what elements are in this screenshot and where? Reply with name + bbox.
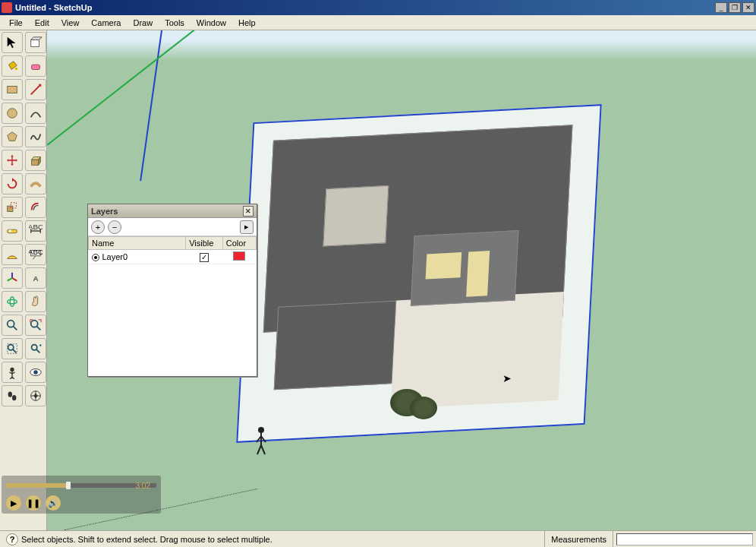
add-layer-button[interactable]: +: [91, 220, 105, 234]
layers-panel[interactable]: Layers ✕ + − ▸ Name Visible Color Layer0…: [87, 204, 257, 377]
svg-text:A: A: [33, 274, 38, 283]
video-scrubber[interactable]: [66, 482, 71, 489]
menu-view[interactable]: View: [55, 17, 86, 29]
svg-point-21: [10, 368, 14, 372]
menu-tools[interactable]: Tools: [159, 17, 191, 29]
tree-bush: [410, 397, 437, 419]
svg-point-4: [8, 109, 17, 119]
svg-rect-3: [8, 87, 17, 93]
video-timeline[interactable]: 3:02: [6, 480, 156, 491]
close-button[interactable]: ✕: [742, 2, 754, 13]
title-bar: Untitled - SketchUp _ ❐ ✕: [0, 0, 756, 15]
minimize-button[interactable]: _: [715, 2, 727, 13]
3d-text-tool[interactable]: A: [25, 267, 46, 289]
svg-point-1: [15, 68, 18, 71]
svg-text:ABC: ABC: [29, 248, 43, 256]
menu-draw[interactable]: Draw: [127, 17, 159, 29]
tape-measure-tool[interactable]: [2, 220, 23, 242]
rotate-tool[interactable]: [2, 173, 23, 194]
layers-close-button[interactable]: ✕: [243, 206, 254, 217]
paint-bucket-tool[interactable]: [2, 55, 23, 77]
col-color[interactable]: Color: [222, 237, 256, 250]
video-overlay: 3:02 ▶ ❚❚ 🔊: [2, 476, 161, 514]
active-layer-radio[interactable]: [92, 254, 99, 261]
app-icon: [2, 2, 12, 13]
svg-rect-2: [32, 65, 40, 69]
layers-menu-button[interactable]: ▸: [240, 220, 254, 234]
menu-bar: File Edit View Camera Draw Tools Window …: [0, 15, 756, 30]
svg-point-23: [33, 370, 37, 374]
svg-text:ABC: ABC: [29, 224, 43, 231]
help-icon[interactable]: ?: [6, 533, 18, 545]
svg-point-16: [8, 321, 14, 327]
position-camera-tool[interactable]: [2, 362, 23, 383]
svg-point-15: [10, 297, 14, 307]
freehand-tool[interactable]: [25, 126, 46, 147]
walk-tool[interactable]: [2, 385, 23, 406]
arc-tool[interactable]: [25, 103, 46, 124]
menu-help[interactable]: Help: [232, 17, 262, 29]
layers-table: Name Visible Color Layer0 ✓: [88, 236, 257, 264]
push-pull-tool[interactable]: [25, 150, 46, 171]
circle-tool[interactable]: [2, 103, 23, 124]
layer-name: Layer0: [102, 252, 128, 261]
measurements-label: Measurements: [544, 531, 613, 547]
offset-tool[interactable]: [25, 197, 46, 218]
select-tool[interactable]: [2, 32, 23, 53]
layers-toolbar: + − ▸: [88, 218, 257, 236]
status-bar: ? Select objects. Shift to extend select…: [0, 530, 756, 547]
col-name[interactable]: Name: [89, 237, 186, 250]
make-component-tool[interactable]: [25, 32, 46, 53]
restore-button[interactable]: ❐: [729, 2, 741, 13]
svg-rect-0: [31, 40, 39, 46]
menu-window[interactable]: Window: [191, 17, 232, 29]
axis-blue: [140, 30, 162, 181]
svg-point-18: [8, 345, 14, 350]
axes-tool[interactable]: [2, 267, 23, 289]
menu-edit[interactable]: Edit: [29, 17, 55, 29]
video-pause-button[interactable]: ❚❚: [26, 495, 41, 511]
text-tool[interactable]: ABC: [25, 244, 46, 265]
window-title: Untitled - SketchUp: [15, 3, 713, 12]
look-around-tool[interactable]: [25, 362, 46, 383]
rectangle-tool[interactable]: [2, 79, 23, 100]
svg-point-25: [12, 395, 16, 400]
cursor: ➤: [502, 372, 512, 384]
layer-row[interactable]: Layer0 ✓: [89, 250, 257, 264]
eraser-tool[interactable]: [25, 55, 46, 77]
video-play-button[interactable]: ▶: [6, 495, 21, 511]
orbit-tool[interactable]: [2, 291, 23, 312]
dimension-tool[interactable]: ABC: [25, 220, 46, 242]
zoom-extents-tool[interactable]: [25, 315, 46, 336]
protractor-tool[interactable]: [2, 244, 23, 265]
svg-rect-5: [32, 160, 39, 165]
svg-point-17: [31, 321, 38, 327]
svg-point-24: [8, 392, 12, 397]
video-volume-button[interactable]: 🔊: [46, 495, 61, 511]
zoom-window-tool[interactable]: [2, 338, 23, 359]
menu-file[interactable]: File: [3, 17, 29, 29]
move-tool[interactable]: [2, 150, 23, 171]
layers-panel-header[interactable]: Layers ✕: [88, 204, 257, 218]
axis-green: [47, 30, 203, 146]
measurements-input[interactable]: [616, 533, 753, 545]
scale-tool[interactable]: [2, 197, 23, 218]
layer-color-swatch[interactable]: [233, 251, 245, 261]
svg-point-20: [32, 345, 37, 350]
section-plane-tool[interactable]: [25, 385, 46, 406]
previous-view-tool[interactable]: [25, 338, 46, 359]
follow-me-tool[interactable]: [25, 173, 46, 194]
line-tool[interactable]: [25, 79, 46, 100]
polygon-tool[interactable]: [2, 126, 23, 147]
col-visible[interactable]: Visible: [186, 237, 223, 250]
remove-layer-button[interactable]: −: [108, 220, 121, 234]
pan-tool[interactable]: [25, 291, 46, 312]
layer-visible-checkbox[interactable]: ✓: [200, 253, 209, 262]
scale-figure: [252, 425, 270, 456]
status-hint: Select objects. Shift to extend select. …: [21, 535, 272, 544]
zoom-tool[interactable]: [2, 315, 23, 336]
svg-point-9: [9, 229, 12, 232]
layers-title: Layers: [91, 207, 243, 216]
menu-camera[interactable]: Camera: [85, 17, 127, 29]
model-floorplan[interactable]: [236, 104, 601, 443]
